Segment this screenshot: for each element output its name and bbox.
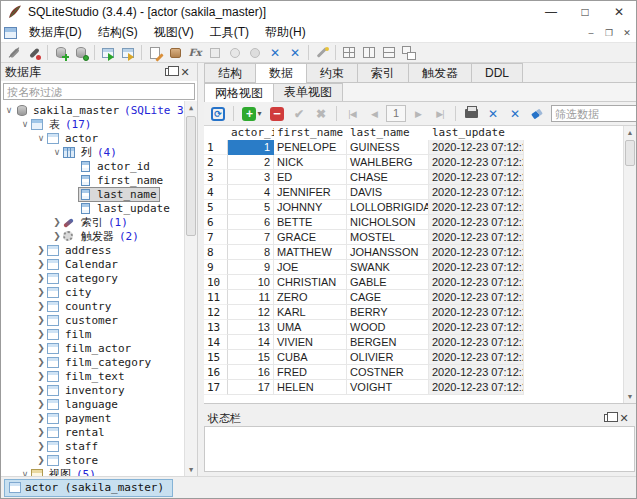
delete-row-button[interactable]: −: [267, 104, 287, 123]
tree-item-city[interactable]: ❯city: [1, 285, 184, 299]
grid-cell-last_update[interactable]: 2020-12-23 07:12:29: [429, 155, 524, 170]
tree-item-payment[interactable]: ❯payment: [1, 411, 184, 425]
config-wand-icon[interactable]: [312, 44, 332, 62]
grid-cell-first_name[interactable]: NICK: [274, 155, 347, 170]
grid-cell-last_update[interactable]: 2020-12-23 07:12:29: [429, 365, 524, 380]
tree-item-first_name[interactable]: first_name: [1, 173, 184, 187]
grid-cell-actor_id[interactable]: 8: [228, 245, 274, 260]
mdi-grid-icon[interactable]: [339, 44, 359, 62]
collations-editor-icon[interactable]: [205, 44, 225, 62]
tree-item-actor_id[interactable]: actor_id: [1, 159, 184, 173]
grid-cell-last_update[interactable]: 2020-12-23 07:12:29: [429, 230, 524, 245]
tree-item-last_name[interactable]: last_name: [1, 187, 184, 201]
grid-cell-actor_id[interactable]: 6: [228, 215, 274, 230]
grid-cell-first_name[interactable]: MATTHEW: [274, 245, 347, 260]
grid-cell-last_name[interactable]: CHASE: [347, 170, 429, 185]
tab-触发器[interactable]: 触发器: [408, 63, 472, 82]
tab-DDL[interactable]: DDL: [471, 63, 523, 82]
grid-cell-first_name[interactable]: JOE: [274, 260, 347, 275]
row-number[interactable]: 7: [204, 230, 228, 245]
data-filter-input[interactable]: [551, 105, 637, 122]
tree-item-store[interactable]: ❯store: [1, 453, 184, 467]
rollback-button[interactable]: ✖: [311, 104, 331, 123]
grid-cell-actor_id[interactable]: 11: [228, 290, 274, 305]
connect-database-icon[interactable]: [4, 44, 24, 62]
grid-cell-actor_id[interactable]: 9: [228, 260, 274, 275]
grid-scroll-up-icon[interactable]: ▲: [624, 126, 636, 139]
menu-item-0[interactable]: 数据库(D): [21, 23, 90, 42]
grid-cell-last_name[interactable]: BERRY: [347, 305, 429, 320]
row-number[interactable]: 4: [204, 185, 228, 200]
add-row-button[interactable]: +▾: [239, 104, 265, 123]
tree-item-country[interactable]: ❯country: [1, 299, 184, 313]
subtab-表单视图[interactable]: 表单视图: [273, 83, 343, 101]
row-number[interactable]: 8: [204, 245, 228, 260]
scroll-thumb[interactable]: [186, 116, 196, 236]
row-number[interactable]: 14: [204, 335, 228, 350]
grid-cell-last_update[interactable]: 2020-12-23 07:12:29: [429, 380, 524, 395]
grid-cell-first_name[interactable]: BETTE: [274, 215, 347, 230]
row-number[interactable]: 2: [204, 155, 228, 170]
tree-item-language[interactable]: ❯language: [1, 397, 184, 411]
tab-约束[interactable]: 约束: [306, 63, 358, 82]
menu-item-1[interactable]: 结构(S): [90, 23, 146, 42]
column-header-first_name[interactable]: first_name: [274, 126, 347, 140]
tree-item-索引[interactable]: ❯索引(1): [1, 215, 184, 229]
row-number[interactable]: 1: [204, 140, 228, 155]
chevron-down-icon[interactable]: ∨: [19, 119, 31, 129]
open-sql-editor-icon[interactable]: [145, 44, 165, 62]
tree-item-film_actor[interactable]: ❯film_actor: [1, 341, 184, 355]
grid-cell-last_name[interactable]: DAVIS: [347, 185, 429, 200]
chevron-down-icon[interactable]: ∨: [19, 469, 31, 476]
chevron-right-icon[interactable]: ❯: [35, 427, 47, 437]
column-header-last_update[interactable]: last_update: [429, 126, 524, 140]
clear-filter-button[interactable]: [527, 104, 547, 123]
minimize-button[interactable]: —: [534, 1, 568, 23]
menu-item-4[interactable]: 帮助(H): [257, 23, 314, 42]
grid-cell-first_name[interactable]: JENNIFER: [274, 185, 347, 200]
chevron-down-icon[interactable]: ∨: [35, 133, 47, 143]
chevron-down-icon[interactable]: ∨: [51, 147, 63, 157]
tab-结构[interactable]: 结构: [204, 63, 256, 82]
mdi-split-vertical-icon[interactable]: [359, 44, 379, 62]
scroll-up-icon[interactable]: ▲: [185, 101, 197, 114]
chevron-right-icon[interactable]: ❯: [35, 441, 47, 451]
chevron-right-icon[interactable]: ❯: [35, 385, 47, 395]
column-header-last_name[interactable]: last_name: [347, 126, 429, 140]
row-number[interactable]: 3: [204, 170, 228, 185]
close-panel-button[interactable]: ✕: [177, 65, 193, 79]
grid-cell-last_update[interactable]: 2020-12-23 07:12:29: [429, 170, 524, 185]
tree-item-inventory[interactable]: ❯inventory: [1, 383, 184, 397]
tree-item-rental[interactable]: ❯rental: [1, 425, 184, 439]
collapse-all-windows-icon[interactable]: ✕: [265, 44, 285, 62]
tree-item-last_update[interactable]: last_update: [1, 201, 184, 215]
grid-cell-last_update[interactable]: 2020-12-23 07:12:29: [429, 290, 524, 305]
row-number[interactable]: 15: [204, 350, 228, 365]
row-number[interactable]: 5: [204, 200, 228, 215]
grid-cell-actor_id[interactable]: 10: [228, 275, 274, 290]
tree-item-film[interactable]: ❯film: [1, 327, 184, 341]
status-close-button[interactable]: ✕: [616, 411, 632, 425]
tree-item-address[interactable]: ❯address: [1, 243, 184, 257]
grid-cell-first_name[interactable]: CUBA: [274, 350, 347, 365]
mdi-cascade-icon[interactable]: [399, 44, 419, 62]
tree-item-film_category[interactable]: ❯film_category: [1, 355, 184, 369]
grid-cell-last_name[interactable]: VOIGHT: [347, 380, 429, 395]
row-number[interactable]: 9: [204, 260, 228, 275]
chevron-right-icon[interactable]: ❯: [35, 329, 47, 339]
menu-item-3[interactable]: 工具(T): [202, 23, 257, 42]
grid-cell-actor_id[interactable]: 4: [228, 185, 274, 200]
close-button[interactable]: ✕: [602, 1, 636, 23]
grid-cell-last_name[interactable]: OLIVIER: [347, 350, 429, 365]
mdi-split-horizontal-icon[interactable]: [379, 44, 399, 62]
grid-cell-actor_id[interactable]: 13: [228, 320, 274, 335]
chevron-right-icon[interactable]: ❯: [35, 371, 47, 381]
chevron-right-icon[interactable]: ❯: [35, 287, 47, 297]
plugins-icon[interactable]: [245, 44, 265, 62]
row-number[interactable]: 12: [204, 305, 228, 320]
refresh-button[interactable]: ⟳: [208, 104, 228, 123]
mdi-minimize-button[interactable]: –: [582, 23, 600, 42]
grid-cell-last_name[interactable]: GUINESS: [347, 140, 429, 155]
menu-item-2[interactable]: 视图(V): [146, 23, 202, 42]
chevron-right-icon[interactable]: ❯: [35, 413, 47, 423]
